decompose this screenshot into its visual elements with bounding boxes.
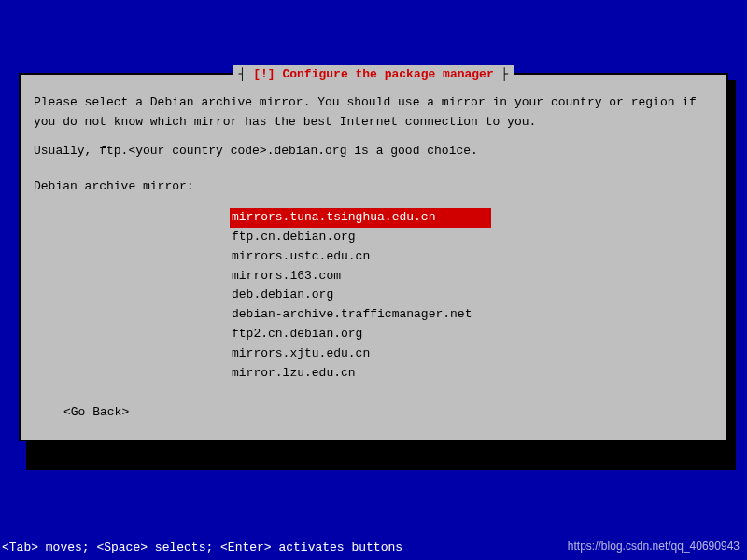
dialog-title-wrap: [!] Configure the package manager xyxy=(21,65,726,85)
mirror-option[interactable]: mirrors.ustc.edu.cn xyxy=(230,247,713,267)
mirror-prompt-label: Debian archive mirror: xyxy=(34,177,713,197)
mirror-option[interactable]: ftp2.cn.debian.org xyxy=(230,325,713,344)
dialog-title: [!] Configure the package manager xyxy=(233,65,514,85)
mirror-option[interactable]: mirrors.tuna.tsinghua.edu.cn xyxy=(230,208,491,228)
mirror-option[interactable]: ftp.cn.debian.org xyxy=(230,228,713,247)
dialog-paragraph-2: Usually, ftp.<your country code>.debian.… xyxy=(34,142,713,161)
mirror-option[interactable]: mirrors.xjtu.edu.cn xyxy=(230,344,713,364)
go-back-button[interactable]: <Go Back> xyxy=(63,403,713,423)
mirror-list: mirrors.tuna.tsinghua.edu.cn ftp.cn.debi… xyxy=(230,208,713,383)
watermark: https://blog.csdn.net/qq_40690943 xyxy=(568,539,740,553)
mirror-option[interactable]: mirrors.163.com xyxy=(230,267,713,287)
dialog-paragraph-1: Please select a Debian archive mirror. Y… xyxy=(34,93,713,133)
mirror-option[interactable]: debian-archive.trafficmanager.net xyxy=(230,305,713,325)
mirror-option[interactable]: deb.debian.org xyxy=(230,286,713,305)
installer-dialog: [!] Configure the package manager Please… xyxy=(19,73,728,441)
mirror-option[interactable]: mirror.lzu.edu.cn xyxy=(230,364,713,384)
keyboard-hint: <Tab> moves; <Space> selects; <Enter> ac… xyxy=(2,540,402,554)
